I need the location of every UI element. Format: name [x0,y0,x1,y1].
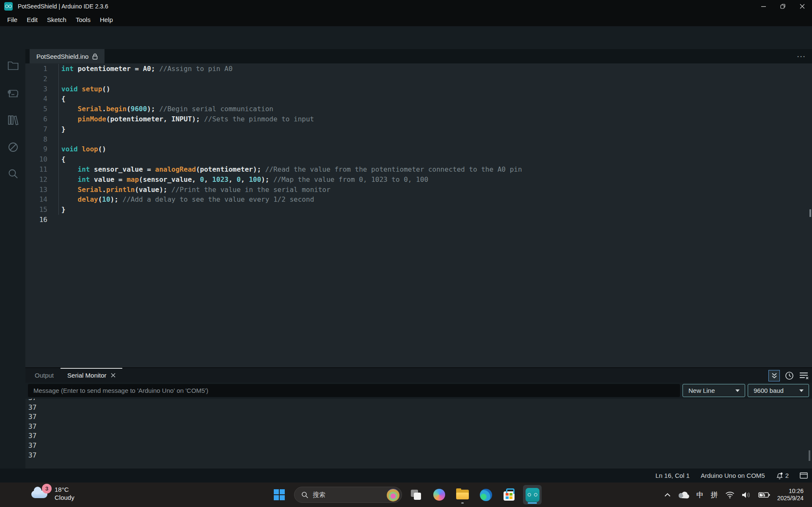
library-manager-icon[interactable] [8,115,19,125]
weather-temperature: 18°C [55,485,74,493]
ime-mode-indicator[interactable]: 拼 [711,490,718,500]
line-number: 6 [25,114,51,124]
code-line[interactable]: 4{ [25,94,812,104]
tab-label: PotSeedShield.ino [36,53,88,60]
volume-icon[interactable] [742,491,751,499]
line-number: 9 [25,144,51,154]
editor-tab-bar: PotSeedShield.ino ··· [25,49,812,63]
code-line[interactable]: 13 Serial.println(value); //Print the va… [25,185,812,195]
arduino-ide-taskbar-button[interactable] [523,485,542,504]
line-number: 1 [25,64,51,74]
clock[interactable]: 10:26 2025/9/24 [777,488,804,502]
serial-message-input[interactable] [28,384,680,397]
board-port-status[interactable]: Arduino Uno on COM5 [701,472,765,479]
task-view-button[interactable] [407,485,425,504]
code-line[interactable]: 2 [25,74,812,84]
code-line[interactable]: 15} [25,205,812,215]
window-title: PotSeedShield | Arduino IDE 2.3.6 [18,3,108,10]
line-number: 13 [25,185,51,195]
serial-output-scrollbar[interactable] [809,450,810,461]
code-line[interactable]: 11 int sensor_value = analogRead(potenti… [25,164,812,175]
restore-button[interactable] [773,0,793,13]
menu-file[interactable]: File [3,14,22,25]
baud-rate-dropdown[interactable]: 9600 baud [748,384,809,397]
weather-condition: Cloudy [55,493,74,502]
line-number: 5 [25,104,51,114]
indent-guide [58,64,59,215]
notifications[interactable]: 2 [776,472,789,480]
microsoft-store-button[interactable] [500,485,518,504]
close-button[interactable] [793,0,812,13]
tray-time: 10:26 [777,488,804,495]
timestamp-toggle-icon[interactable] [785,371,794,380]
edge-button[interactable] [476,485,495,504]
debug-sidebar-icon[interactable] [8,142,19,153]
autoscroll-toggle[interactable] [768,370,780,381]
windows-logo-icon [274,489,285,500]
hidden-icons-chevron[interactable] [664,493,671,497]
weather-widget[interactable]: 3 18°C Cloudy [30,485,74,502]
wifi-icon[interactable] [725,491,735,499]
copilot-button[interactable] [430,485,449,504]
copilot-icon [433,489,445,501]
active-app-indicator [528,502,537,504]
double-chevron-down-icon [771,373,777,379]
code-line[interactable]: 10{ [25,154,812,164]
cursor-position[interactable]: Ln 16, Col 1 [655,472,690,479]
status-bar: Ln 16, Col 1 Arduino Uno on COM5 2 [0,469,812,482]
serial-output-line: 37 [25,399,812,403]
editor-scrollbar[interactable] [809,209,811,217]
bell-icon [776,472,783,480]
code-line[interactable]: 14 delay(10); //Add a delay to see the v… [25,195,812,205]
toggle-panel-icon[interactable] [800,472,808,479]
sketchbook-folder-icon[interactable] [8,61,19,70]
serial-output-line: 37 [25,403,812,413]
code-line[interactable]: 3void setup() [25,84,812,94]
clear-output-icon[interactable] [799,372,809,380]
lock-icon [92,53,98,60]
chevron-down-icon [799,389,804,392]
minimize-button[interactable] [754,0,773,13]
code-line[interactable]: 12 int value = map(sensor_value, 0, 1023… [25,175,812,185]
menu-edit[interactable]: Edit [22,14,42,25]
code-line[interactable]: 16 [25,215,812,225]
code-line[interactable]: 7} [25,124,812,134]
boards-manager-icon[interactable] [8,88,19,97]
code-line[interactable]: 5 Serial.begin(9600); //Begin serial com… [25,104,812,114]
start-button[interactable] [271,485,288,504]
code-line[interactable]: 1int potentiometer = A0; //Assign to pin… [25,64,812,74]
arduino-taskbar-icon [526,488,539,502]
close-serial-monitor-icon[interactable] [111,373,116,378]
code-line[interactable]: 6 pinMode(potentiometer, INPUT); //Sets … [25,114,812,124]
code-lines: 1int potentiometer = A0; //Assign to pin… [25,64,812,225]
tab-bar-more-button[interactable]: ··· [797,53,806,60]
menu-sketch[interactable]: Sketch [42,14,71,25]
code-editor[interactable]: 1int potentiometer = A0; //Assign to pin… [25,63,812,367]
serial-output[interactable]: 37373737373737 [25,399,812,469]
line-ending-dropdown[interactable]: New Line [683,384,745,397]
battery-icon[interactable] [758,491,770,498]
code-line[interactable]: 9void loop() [25,144,812,154]
menu-bar: File Edit Sketch Tools Help [0,13,812,26]
ime-language-indicator[interactable]: 中 [696,490,704,500]
menu-help[interactable]: Help [95,14,118,25]
edge-icon [480,489,492,501]
serial-output-line: 37 [25,412,812,422]
serial-output-line: 37 [25,431,812,441]
line-number: 4 [25,94,51,104]
menu-tools[interactable]: Tools [71,14,95,25]
code-line[interactable]: 8 [25,134,812,145]
file-explorer-button[interactable] [453,485,472,504]
task-view-icon [411,490,421,500]
tab-serial-monitor[interactable]: Serial Monitor [61,368,122,383]
search-sidebar-icon[interactable] [8,168,19,179]
line-number: 2 [25,74,51,84]
onedrive-icon[interactable] [678,491,689,499]
running-indicator [461,502,464,504]
search-placeholder: 搜索 [313,491,325,499]
tab-potseedshield[interactable]: PotSeedShield.ino [30,49,105,63]
microsoft-store-icon [504,491,515,501]
tab-output[interactable]: Output [28,368,61,383]
arduino-app-icon [4,2,13,11]
taskbar-search[interactable]: 搜索 [294,487,402,503]
